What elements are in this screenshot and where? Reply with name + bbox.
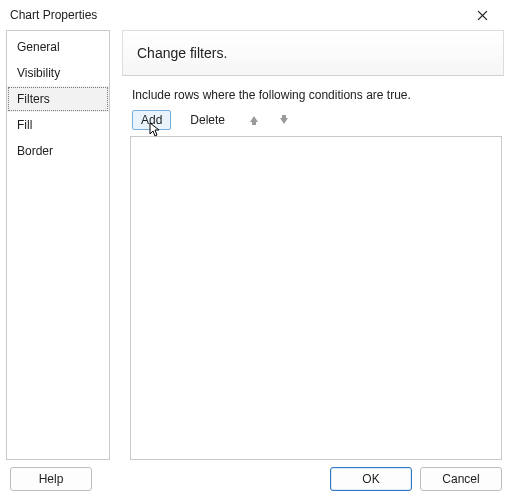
dialog-body: General Visibility Filters Fill Border C… [0,30,510,460]
sidebar-item-label: Border [17,144,53,158]
sidebar: General Visibility Filters Fill Border [6,30,110,460]
main-panel: Change filters. Include rows where the f… [122,30,504,460]
sidebar-item-label: General [17,40,60,54]
close-button[interactable] [462,1,502,29]
window-title: Chart Properties [10,8,462,22]
help-button-label: Help [39,472,64,486]
dialog-footer: Help OK Cancel [0,460,510,504]
sidebar-item-fill[interactable]: Fill [7,112,109,138]
arrow-down-icon [278,114,290,126]
filter-toolbar: Add Delete [132,110,504,130]
help-button[interactable]: Help [10,467,92,491]
move-down-button[interactable] [274,110,294,130]
add-button[interactable]: Add [132,110,171,130]
sidebar-item-label: Fill [17,118,32,132]
ok-button-label: OK [362,472,379,486]
move-up-button[interactable] [244,110,264,130]
sidebar-item-label: Visibility [17,66,60,80]
panel-heading: Change filters. [122,30,504,76]
sidebar-item-general[interactable]: General [7,34,109,60]
cancel-button-label: Cancel [442,472,479,486]
sidebar-item-border[interactable]: Border [7,138,109,164]
sidebar-item-visibility[interactable]: Visibility [7,60,109,86]
chart-properties-dialog: Chart Properties General Visibility Filt… [0,0,510,504]
add-button-label: Add [141,113,162,127]
ok-button[interactable]: OK [330,467,412,491]
sidebar-item-filters[interactable]: Filters [7,86,109,112]
arrow-up-icon [248,114,260,126]
close-icon [477,10,488,21]
delete-button[interactable]: Delete [181,110,234,130]
panel-content: Include rows where the following conditi… [122,76,504,460]
sidebar-item-label: Filters [17,92,50,106]
filter-conditions-list[interactable] [130,136,502,460]
cancel-button[interactable]: Cancel [420,467,502,491]
filter-instruction: Include rows where the following conditi… [132,88,504,102]
titlebar: Chart Properties [0,0,510,30]
delete-button-label: Delete [190,113,225,127]
